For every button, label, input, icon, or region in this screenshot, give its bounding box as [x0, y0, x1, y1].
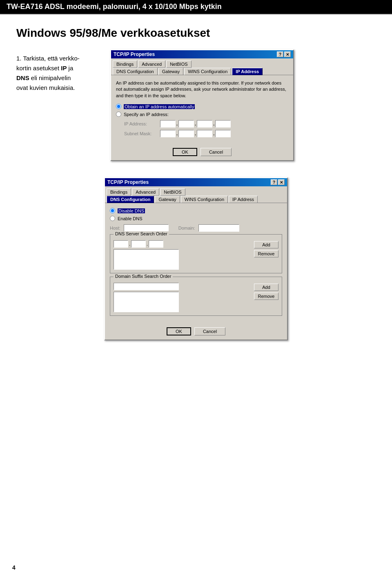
ip-seg4[interactable] — [215, 120, 231, 127]
page-number: 4 — [12, 564, 16, 571]
radio-enable-dns: Enable DNS — [110, 216, 282, 221]
tabs-row1: Bindings Advanced NetBIOS — [111, 58, 293, 67]
tab-bindings[interactable]: Bindings — [113, 60, 137, 68]
domain-suffix-buttons: Add Remove — [254, 283, 278, 300]
tabs2-row2: DNS Configuration Gateway WINS Configura… — [105, 195, 287, 203]
tab2-netbios[interactable]: NetBIOS — [160, 188, 185, 196]
ip-seg2[interactable] — [178, 120, 194, 127]
radio-obtain-input[interactable] — [116, 104, 121, 109]
dialog2-title: TCP/IP Properties — [107, 179, 149, 185]
ip-address-label: IP Address: — [124, 121, 157, 126]
domain-suffix-list — [114, 283, 251, 312]
ip-dot-1: . — [176, 121, 178, 126]
dns-server-legend: DNS Server Search Order — [114, 231, 169, 236]
tab2-dns-config[interactable]: DNS Configuration — [107, 196, 154, 203]
host-label: Host: — [110, 226, 120, 230]
dns-dot-1: . — [129, 241, 130, 246]
help-button-1[interactable]: ? — [277, 51, 283, 57]
dialog1-ok-button[interactable]: OK — [173, 148, 197, 156]
subnet-dot-3: . — [213, 131, 214, 136]
tab-netbios[interactable]: NetBIOS — [166, 60, 191, 68]
subnet-seg2[interactable] — [178, 130, 194, 137]
radio-group-1: Obtain an IP address automatically Speci… — [116, 104, 288, 117]
radio-disable-dns-label: Disable DNS — [118, 208, 145, 213]
tabs-row2: DNS Configuration Gateway WINS Configura… — [111, 67, 293, 75]
dns-server-list — [114, 249, 179, 270]
subnet-mask-row: Subnet Mask: . . . — [124, 130, 288, 137]
tab2-bindings[interactable]: Bindings — [107, 188, 131, 196]
dns-add-button[interactable]: Add — [254, 241, 278, 248]
radio-enable-dns-input[interactable] — [110, 216, 115, 221]
title-buttons: ? ✕ — [277, 51, 291, 57]
dialog2-wrapper: TCP/IP Properties ? ✕ Bindings Advanced … — [16, 177, 376, 340]
radio-enable-dns-label: Enable DNS — [118, 216, 143, 221]
section-title: Windows 95/98/Me verkkoasetukset — [16, 27, 376, 40]
dialog2-body: Disable DNS Enable DNS Host: Domain: — [105, 203, 287, 324]
dialog2-cancel-button[interactable]: Cancel — [194, 327, 225, 335]
page-header: TW-EA716 ADSL modeemi, palomuuri, 4 x 10… — [0, 0, 392, 14]
tab2-ip-address[interactable]: IP Address — [229, 196, 258, 203]
dialog1-cancel-button[interactable]: Cancel — [200, 148, 232, 156]
domain-suffix-legend: Domain Suffix Search Order — [114, 274, 173, 279]
domain-suffix-list-area — [114, 292, 179, 312]
tab-gateway-1[interactable]: Gateway — [158, 68, 183, 75]
tab-ip-address-1[interactable]: IP Address — [232, 68, 263, 75]
tcpip-dialog-2: TCP/IP Properties ? ✕ Bindings Advanced … — [104, 177, 288, 340]
domain-suffix-fieldset: Domain Suffix Search Order Add Remove — [110, 277, 282, 316]
dns-seg2[interactable] — [131, 240, 146, 248]
header-title: TW-EA716 ADSL modeemi, palomuuri, 4 x 10… — [7, 2, 222, 11]
subnet-dot-1: . — [176, 131, 178, 136]
subnet-mask-label: Subnet Mask: — [124, 131, 157, 136]
title-buttons-2: ? ✕ — [271, 179, 285, 185]
ip-dot-2: . — [195, 121, 196, 126]
radio-specify-input[interactable] — [116, 112, 121, 117]
ip-seg3[interactable] — [197, 120, 212, 127]
tcpip-dialog-1: TCP/IP Properties ? ✕ Bindings Advanced … — [110, 49, 294, 161]
ip-fields: IP Address: . . . Subnet Mask: — [124, 120, 288, 137]
ip-dot-3: . — [213, 121, 214, 126]
tabs2-row1: Bindings Advanced NetBIOS — [105, 186, 287, 195]
dns-remove-button[interactable]: Remove — [254, 250, 278, 257]
dns-server-ip-row: . . — [114, 240, 251, 248]
dns-server-fieldset: DNS Server Search Order . . — [110, 234, 282, 273]
radio-obtain: Obtain an IP address automatically — [116, 104, 288, 109]
dialog2-titlebar: TCP/IP Properties ? ✕ — [105, 178, 287, 186]
dns-server-row: . . Add Remove — [114, 240, 278, 270]
ip-address-input-group: . . . — [160, 120, 231, 127]
radio-specify: Specify an IP address: — [116, 112, 288, 117]
domain-input[interactable] — [198, 224, 239, 232]
dialog1-footer: OK Cancel — [111, 145, 293, 160]
radio-disable-dns: Disable DNS — [110, 208, 282, 213]
tab-wins-config-1[interactable]: WINS Configuration — [184, 68, 231, 75]
dns-server-buttons: Add Remove — [254, 240, 278, 257]
dialog1-info: An IP address can be automatically assig… — [116, 80, 288, 99]
subnet-seg3[interactable] — [197, 130, 212, 137]
tab2-advanced[interactable]: Advanced — [132, 188, 159, 196]
dns-seg1[interactable] — [114, 240, 128, 248]
tab-advanced[interactable]: Advanced — [138, 60, 165, 68]
dialog2-ok-button[interactable]: OK — [167, 327, 191, 335]
dns-seg3[interactable] — [149, 240, 163, 248]
ip-seg1[interactable] — [160, 120, 176, 127]
close-button-2[interactable]: ✕ — [278, 179, 285, 185]
step1-text: 1. Tarkista, että verkko-kortin asetukse… — [16, 49, 98, 93]
help-button-2[interactable]: ? — [271, 179, 277, 185]
domain-suffix-input[interactable] — [114, 283, 179, 290]
dialog1-title: TCP/IP Properties — [114, 51, 155, 57]
subnet-seg1[interactable] — [160, 130, 176, 137]
domain-label: Domain: — [178, 226, 195, 230]
close-button-1[interactable]: ✕ — [284, 51, 291, 57]
tab-dns-config-1[interactable]: DNS Configuration — [113, 68, 158, 75]
dns-list: . . — [114, 240, 251, 270]
radio-disable-dns-input[interactable] — [110, 208, 115, 213]
host-input[interactable] — [124, 224, 169, 232]
step1-number: 1. — [16, 55, 22, 62]
host-domain-row: Host: Domain: — [110, 224, 282, 232]
tab2-wins-config[interactable]: WINS Configuration — [181, 196, 228, 203]
suffix-remove-button[interactable]: Remove — [254, 293, 278, 300]
subnet-dot-2: . — [195, 131, 196, 136]
suffix-add-button[interactable]: Add — [254, 284, 278, 291]
dns-dot-2: . — [147, 241, 148, 246]
tab2-gateway[interactable]: Gateway — [155, 196, 180, 203]
subnet-seg4[interactable] — [215, 130, 231, 137]
